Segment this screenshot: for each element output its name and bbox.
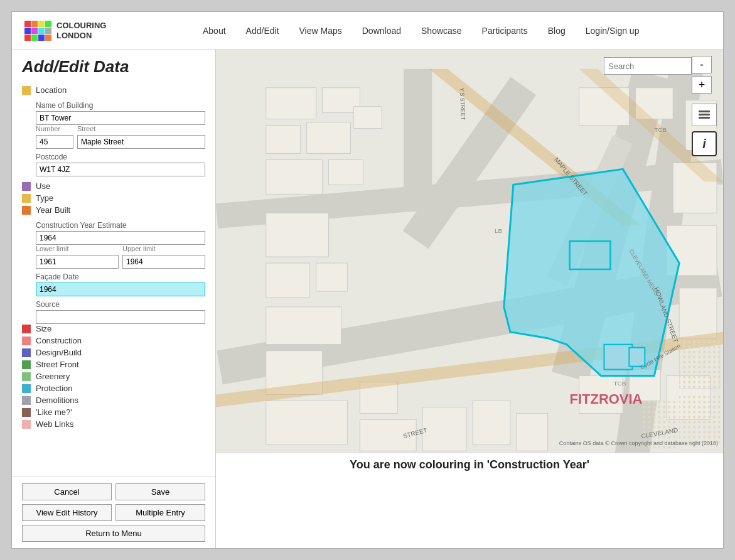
name-of-building-label: Name of Building (36, 101, 205, 110)
svg-rect-20 (266, 401, 348, 444)
sidebar-item-location[interactable]: Location (22, 85, 205, 95)
logo-area: COLOURING LONDON (24, 21, 106, 41)
sidebar-item-year-built[interactable]: Year Built (22, 205, 205, 215)
sidebar-buttons: Cancel Save View Edit History Multiple E… (12, 477, 216, 548)
nav-login[interactable]: Login/Sign up (576, 21, 650, 41)
number-input[interactable] (36, 135, 73, 149)
svg-rect-58 (699, 114, 710, 116)
street-front-dot (22, 360, 31, 369)
svg-rect-23 (422, 407, 466, 451)
construction-label: Construction (36, 336, 82, 345)
svg-rect-5 (404, 69, 432, 195)
sidebar-item-size[interactable]: Size (22, 324, 205, 333)
upper-limit-label: Upper limit (122, 245, 205, 252)
sidebar: Add/Edit Data Location Name of Building … (12, 50, 216, 477)
layers-button[interactable] (692, 104, 717, 126)
name-of-building-input[interactable] (36, 111, 205, 125)
map-search-input[interactable] (604, 57, 692, 75)
map-controls: - + i (692, 56, 717, 156)
nav-download[interactable]: Download (352, 21, 411, 41)
svg-rect-10 (266, 126, 301, 154)
map-svg: TCB TCB LB LB Cycle Hire Station FITZROV… (216, 50, 723, 477)
sidebar-item-use[interactable]: Use (22, 181, 205, 191)
sidebar-item-type[interactable]: Type (22, 193, 205, 203)
map-status-bar: You are now colouring in 'Construction Y… (216, 453, 723, 477)
logo-text: COLOURING LONDON (56, 21, 106, 40)
svg-rect-11 (307, 122, 351, 154)
number-street-row: Number Street (36, 125, 205, 132)
svg-rect-18 (266, 307, 341, 345)
layers-icon (697, 108, 711, 122)
sidebar-item-protection[interactable]: Protection (22, 384, 205, 393)
main-content: Add/Edit Data Location Name of Building … (12, 50, 723, 477)
number-sublabel: Number (36, 125, 73, 132)
demolitions-dot (22, 396, 31, 405)
location-dot (22, 86, 31, 95)
construction-dot (22, 337, 31, 345)
svg-rect-57 (699, 117, 710, 119)
nav-showcase[interactable]: Showcase (411, 21, 472, 41)
lower-limit-label: Lower limit (36, 245, 119, 252)
facade-date-input[interactable] (36, 283, 205, 296)
cancel-button[interactable]: Cancel (22, 483, 112, 500)
year-built-dot (22, 206, 31, 215)
sidebar-item-web-links[interactable]: Web Links (22, 419, 205, 429)
svg-rect-37 (679, 338, 720, 389)
nav-participants[interactable]: Participants (472, 21, 538, 41)
source-label: Source (36, 300, 205, 309)
street-front-label: Street Front (36, 360, 79, 369)
web-links-label: Web Links (36, 419, 73, 429)
size-label: Size (36, 324, 51, 333)
cancel-save-row: Cancel Save (22, 483, 205, 500)
like-me-label: 'Like me?' (36, 407, 72, 417)
svg-rect-12 (353, 107, 382, 129)
sidebar-item-like-me[interactable]: 'Like me?' (22, 407, 205, 417)
history-multiple-row: View Edit History Multiple Entry (22, 504, 205, 521)
map-status-text: You are now colouring in 'Construction Y… (350, 458, 589, 471)
year-built-fields: Construction Year Estimate Lower limit U… (22, 217, 205, 324)
sidebar-item-demolitions[interactable]: Demolitions (22, 396, 205, 405)
nav-blog[interactable]: Blog (538, 21, 576, 41)
sidebar-item-greenery[interactable]: Greenery (22, 372, 205, 381)
nav-addedit[interactable]: Add/Edit (236, 21, 289, 41)
info-button[interactable]: i (692, 131, 717, 156)
like-me-dot (22, 408, 31, 417)
source-input[interactable] (36, 310, 205, 324)
zoom-in-button[interactable]: + (692, 76, 712, 94)
number-street-inputs (36, 135, 205, 149)
location-label: Location (36, 85, 67, 95)
web-links-dot (22, 420, 31, 429)
limits-inputs (36, 255, 205, 269)
greenery-dot (22, 372, 31, 381)
sidebar-item-design-build[interactable]: Design/Build (22, 348, 205, 357)
svg-rect-16 (266, 263, 310, 298)
header: COLOURING LONDON About Add/Edit View Map… (12, 12, 723, 50)
sidebar-title: Add/Edit Data (22, 57, 205, 77)
map-search-area (604, 57, 692, 75)
svg-rect-17 (316, 263, 348, 291)
upper-limit-input[interactable] (122, 255, 205, 269)
return-to-menu-button[interactable]: Return to Menu (22, 525, 205, 542)
design-build-dot (22, 348, 31, 357)
lower-limit-input[interactable] (36, 255, 119, 269)
postcode-input[interactable] (36, 163, 205, 176)
year-built-label: Year Built (36, 205, 70, 215)
sidebar-item-street-front[interactable]: Street Front (22, 360, 205, 369)
construction-year-input[interactable] (36, 231, 205, 245)
svg-rect-24 (473, 401, 510, 444)
zoom-out-button[interactable]: - (692, 56, 712, 73)
nav-about[interactable]: About (193, 21, 236, 41)
svg-rect-13 (266, 159, 323, 194)
view-edit-history-button[interactable]: View Edit History (22, 504, 112, 521)
facade-date-label: Façade Date (36, 272, 205, 281)
svg-rect-15 (266, 213, 329, 257)
save-button[interactable]: Save (115, 483, 205, 500)
street-input[interactable] (77, 135, 205, 149)
multiple-entry-button[interactable]: Multiple Entry (115, 504, 205, 521)
street-sublabel: Street (77, 125, 205, 132)
design-build-label: Design/Build (36, 348, 82, 357)
sidebar-item-construction[interactable]: Construction (22, 336, 205, 345)
type-dot (22, 194, 31, 203)
nav-viewmaps[interactable]: View Maps (289, 21, 352, 41)
svg-rect-59 (699, 110, 710, 112)
